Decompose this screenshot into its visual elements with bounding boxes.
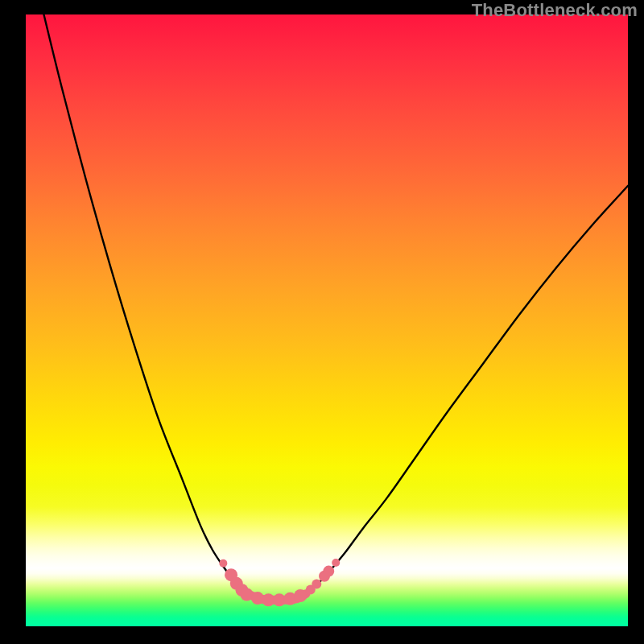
marker-point xyxy=(323,566,334,577)
chart-svg xyxy=(26,14,628,626)
curve-left xyxy=(43,14,247,594)
series-right-branch xyxy=(306,186,628,594)
plot-area xyxy=(26,14,628,626)
marker-point xyxy=(312,580,321,589)
marker-point xyxy=(332,559,340,567)
marker-point xyxy=(219,559,227,568)
chart-frame: TheBottleneck.com xyxy=(0,0,644,644)
marker-point xyxy=(294,589,307,602)
marker-group xyxy=(219,559,340,606)
watermark-text: TheBottleneck.com xyxy=(472,0,638,21)
curve-right xyxy=(306,186,628,594)
marker-point xyxy=(273,593,286,606)
series-left-branch xyxy=(43,14,247,594)
marker-point xyxy=(251,592,264,605)
